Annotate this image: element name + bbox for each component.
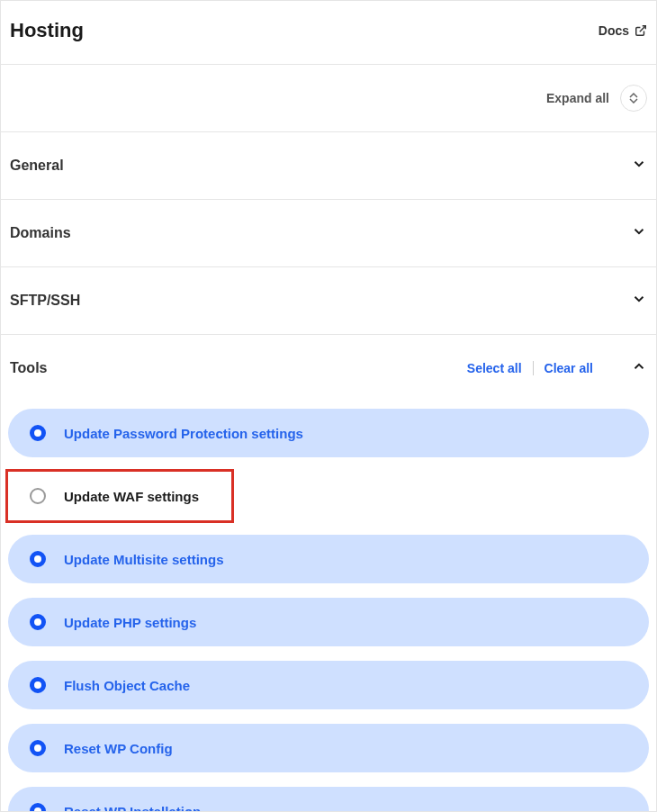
chevron-down-icon — [629, 98, 638, 104]
section-title-general: General — [10, 158, 64, 174]
tool-item-password-protection[interactable]: Update Password Protection settings — [8, 409, 649, 457]
tool-item-flush-cache[interactable]: Flush Object Cache — [8, 661, 649, 709]
radio-checked-icon[interactable] — [30, 614, 46, 630]
section-title-domains: Domains — [10, 225, 71, 241]
tools-list: Update Password Protection settings Upda… — [1, 401, 656, 812]
section-domains: Domains — [1, 200, 656, 267]
section-header-general[interactable]: General — [1, 132, 656, 199]
tool-label: Update Multisite settings — [64, 552, 224, 567]
tool-label: Reset WP Installation — [64, 804, 201, 813]
tool-item-waf[interactable]: Update WAF settings — [8, 472, 231, 520]
tool-label: Update PHP settings — [64, 615, 196, 630]
radio-checked-icon[interactable] — [30, 740, 46, 756]
section-title-tools: Tools — [10, 360, 47, 376]
external-link-icon — [634, 24, 647, 37]
chevron-down-icon — [631, 291, 647, 311]
radio-unchecked-icon[interactable] — [30, 488, 46, 504]
radio-checked-icon[interactable] — [30, 803, 46, 812]
docs-link[interactable]: Docs — [598, 23, 647, 38]
tool-item-reset-wp-config[interactable]: Reset WP Config — [8, 724, 649, 772]
tool-label: Update WAF settings — [64, 489, 199, 504]
tool-item-multisite[interactable]: Update Multisite settings — [8, 535, 649, 583]
tool-label: Flush Object Cache — [64, 678, 190, 693]
section-header-tools[interactable]: Tools Select all Clear all — [1, 335, 656, 401]
docs-label: Docs — [598, 23, 629, 38]
tools-actions: Select all Clear all — [467, 358, 647, 378]
section-tools: Tools Select all Clear all Update Passwo… — [1, 335, 656, 812]
divider — [533, 361, 534, 375]
chevron-up-icon — [631, 358, 647, 378]
select-all-link[interactable]: Select all — [467, 361, 522, 375]
svg-line-0 — [640, 26, 645, 32]
tool-label: Reset WP Config — [64, 741, 173, 756]
clear-all-link[interactable]: Clear all — [544, 361, 593, 375]
radio-checked-icon[interactable] — [30, 677, 46, 693]
expand-all-row: Expand all — [1, 65, 656, 132]
tool-label: Update Password Protection settings — [64, 426, 303, 441]
chevron-down-icon — [631, 156, 647, 176]
section-header-domains[interactable]: Domains — [1, 200, 656, 266]
page-header: Hosting Docs — [1, 1, 656, 65]
chevron-down-icon — [631, 223, 647, 243]
expand-all-toggle[interactable] — [620, 85, 647, 112]
section-sftp-ssh: SFTP/SSH — [1, 267, 656, 335]
tool-item-php[interactable]: Update PHP settings — [8, 598, 649, 646]
page-title: Hosting — [10, 19, 84, 42]
expand-all-label: Expand all — [546, 91, 609, 105]
section-general: General — [1, 132, 656, 200]
radio-checked-icon[interactable] — [30, 425, 46, 441]
radio-checked-icon[interactable] — [30, 551, 46, 567]
section-title-sftp-ssh: SFTP/SSH — [10, 293, 80, 309]
section-header-sftp-ssh[interactable]: SFTP/SSH — [1, 267, 656, 334]
tool-item-reset-wp-installation[interactable]: Reset WP Installation — [8, 787, 649, 812]
